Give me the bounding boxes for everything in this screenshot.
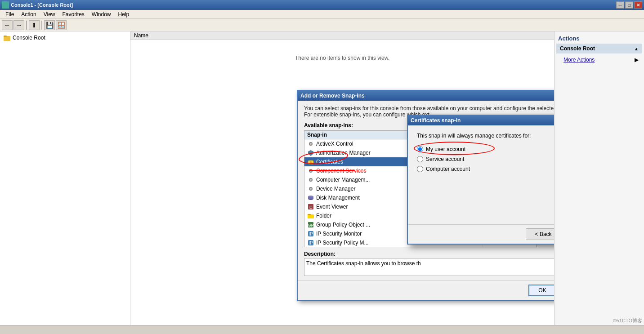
- up-button[interactable]: ⬆: [29, 20, 40, 30]
- snapin-icon-cert: [307, 158, 314, 165]
- menu-favorites[interactable]: Favorites: [59, 10, 88, 18]
- main-layout: Console Root Name There are no items to …: [0, 31, 644, 325]
- snapin-name-label-0: ActiveX Control: [316, 141, 353, 147]
- snapin-icon-event: E: [307, 203, 314, 210]
- menu-file[interactable]: File: [2, 10, 18, 18]
- svg-text:GP: GP: [308, 223, 313, 227]
- certs-description: This snap-in will always manage certific…: [417, 133, 554, 139]
- snapin-name-label-3: Component Services: [316, 168, 366, 174]
- back-button[interactable]: ←: [2, 20, 13, 30]
- maximize-button[interactable]: □: [625, 1, 633, 9]
- more-actions-row: More Actions ▶: [556, 54, 642, 65]
- watermark: ©51CTO博客: [613, 317, 642, 324]
- dialog-certs[interactable]: Certificates snap-in ✕ This snap-in will…: [407, 115, 554, 245]
- snapin-name-label-9: Group Policy Object ...: [316, 222, 370, 228]
- name-column-header: Name: [134, 32, 148, 39]
- console-root-section-label: Console Root: [560, 45, 595, 52]
- desc-box: The Certificates snap-in allows you to b…: [304, 258, 554, 276]
- description-section: Description: The Certificates snap-in al…: [304, 251, 554, 276]
- svg-text:IP: IP: [309, 240, 313, 245]
- snapin-name-label-7: Event Viewer: [316, 204, 348, 210]
- save-button[interactable]: 💾: [44, 20, 55, 30]
- console-root-section: Console Root ▲: [556, 44, 642, 53]
- window-controls: ─ □ ✕: [616, 1, 642, 9]
- svg-rect-1: [4, 36, 7, 37]
- back-button-certs[interactable]: < Back: [526, 228, 554, 240]
- app-icon: [2, 1, 9, 9]
- radio-computer-account-input[interactable]: [417, 166, 423, 172]
- snapin-icon-network: IP: [307, 230, 314, 237]
- svg-text:E: E: [309, 205, 312, 209]
- snapin-name-label-5: Device Manager: [316, 186, 355, 192]
- empty-message: There are no items to show in this view.: [130, 40, 554, 76]
- snapins-footer: OK Cancel: [298, 281, 554, 300]
- menu-view[interactable]: View: [40, 10, 59, 18]
- certs-title-bar: Certificates snap-in ✕: [408, 116, 554, 125]
- center-panel: Name There are no items to show in this …: [130, 31, 554, 325]
- snapin-name-label-10: IP Security Monitor: [316, 231, 362, 237]
- menu-window[interactable]: Window: [88, 10, 115, 18]
- radio-my-account[interactable]: My user account: [417, 146, 554, 152]
- window-title: Console1 - [Console Root]: [11, 2, 73, 8]
- snapin-name-label-8: Folder: [316, 213, 331, 219]
- snapin-icon-gear: [307, 185, 314, 192]
- snapin-name-label-2: Certificates: [316, 159, 343, 165]
- close-button[interactable]: ✕: [634, 1, 642, 9]
- certs-footer: < Back Finish Cancel: [408, 224, 554, 244]
- console-root-label: Console Root: [13, 35, 45, 41]
- toolbar-separator2: [41, 21, 42, 30]
- snapin-icon-disk: [307, 194, 314, 201]
- svg-text:IP: IP: [309, 232, 313, 236]
- radio-service-account[interactable]: Service account: [417, 156, 554, 162]
- more-actions-arrow: ▶: [635, 57, 639, 63]
- menu-action[interactable]: Action: [18, 10, 40, 18]
- toolbar: ← → ⬆ 💾 🪟: [0, 19, 644, 31]
- desc-label: Description:: [304, 251, 554, 257]
- svg-point-14: [308, 196, 313, 197]
- snapin-name-label-4: Computer Managem...: [316, 177, 370, 183]
- expand-icon: ▲: [634, 46, 639, 51]
- certs-title: Certificates snap-in: [411, 117, 461, 124]
- snapin-name-label-6: Disk Management: [316, 195, 360, 201]
- more-actions-link[interactable]: More Actions: [560, 55, 598, 64]
- radio-my-account-input[interactable]: [417, 146, 423, 152]
- snapin-icon-shield: [307, 149, 314, 156]
- snapin-icon-folder: [307, 212, 314, 219]
- menu-help[interactable]: Help: [115, 10, 133, 18]
- snapins-ok-btn[interactable]: OK: [528, 285, 554, 296]
- folder-icon: [4, 34, 11, 41]
- console-root-item[interactable]: Console Root: [2, 33, 128, 42]
- radio-computer-account[interactable]: Computer account: [417, 166, 554, 172]
- radio-service-account-input[interactable]: [417, 156, 423, 162]
- snapins-title-bar: Add or Remove Snap-ins ✕: [298, 91, 554, 101]
- svg-point-9: [310, 179, 312, 181]
- radio-service-account-label: Service account: [426, 156, 464, 162]
- svg-rect-18: [308, 214, 311, 215]
- snapin-icon-gear: [307, 167, 314, 174]
- radio-computer-account-label: Computer account: [426, 166, 470, 172]
- actions-title: Actions: [556, 33, 642, 44]
- toolbar-separator: [26, 21, 27, 30]
- title-bar: Console1 - [Console Root] ─ □ ✕: [0, 0, 644, 10]
- svg-point-5: [310, 161, 312, 163]
- snapin-name-label-1: Authorization Manager: [316, 150, 371, 156]
- snapin-icon-gear: [307, 176, 314, 183]
- snapins-title: Add or Remove Snap-ins: [300, 93, 365, 99]
- radio-my-account-label: My user account: [426, 146, 465, 152]
- new-window-button[interactable]: 🪟: [56, 20, 67, 30]
- radio-group: My user account Service account Computer…: [417, 146, 554, 172]
- snapin-icon-gp: GP: [307, 221, 314, 228]
- snapin-name-label-11: IP Security Policy M...: [316, 240, 368, 246]
- svg-point-3: [310, 143, 312, 145]
- certs-body: This snap-in will always manage certific…: [408, 125, 554, 188]
- snapin-icon-network: IP: [307, 239, 314, 246]
- left-panel: Console Root: [0, 31, 130, 325]
- right-panel: Actions Console Root ▲ More Actions ▶: [554, 31, 644, 325]
- minimize-button[interactable]: ─: [616, 1, 624, 9]
- center-column-header: Name: [130, 31, 554, 40]
- status-bar: [0, 325, 644, 334]
- menu-bar: File Action View Favorites Window Help: [0, 10, 644, 19]
- svg-point-11: [310, 188, 312, 190]
- snapin-icon-gear: [307, 140, 314, 147]
- forward-button[interactable]: →: [13, 20, 24, 30]
